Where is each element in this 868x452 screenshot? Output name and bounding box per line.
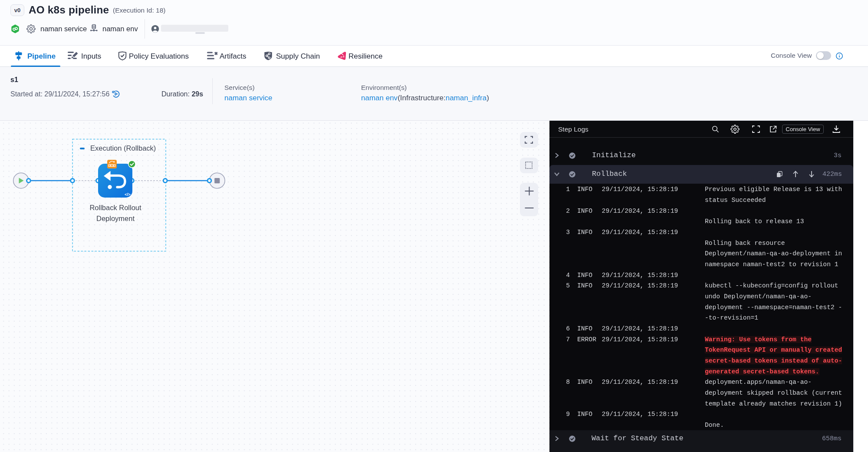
svg-text:</>: </>: [125, 192, 131, 197]
